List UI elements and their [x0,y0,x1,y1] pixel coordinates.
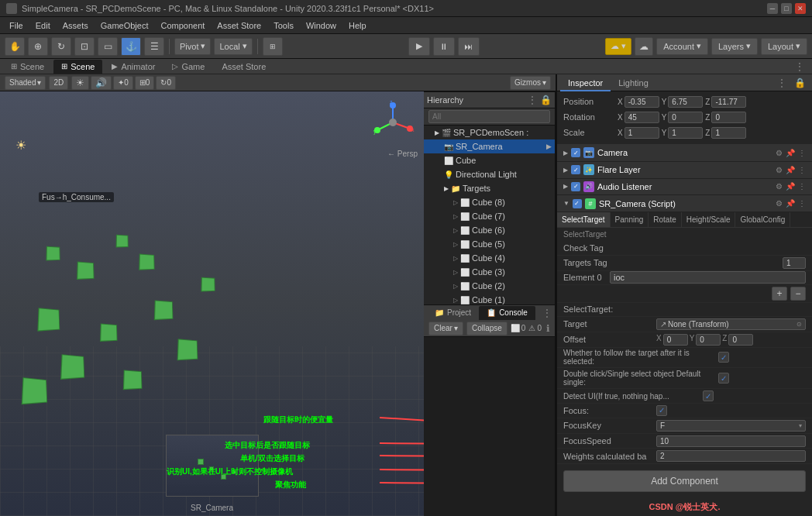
element-0-input[interactable] [610,271,806,284]
gizmos-dropdown[interactable]: Gizmos ▾ [510,76,551,90]
audio-gear-icon[interactable]: ⚙ [776,182,783,191]
focus-checkbox[interactable] [656,405,667,416]
camera-menu-icon[interactable]: ⋮ [798,149,806,157]
custom-tool[interactable]: ☰ [144,37,164,56]
cloud-icon[interactable]: ☁ [635,37,653,56]
menu-item-tools[interactable]: Tools [267,17,300,34]
add-component-button[interactable]: Add Component [563,470,806,492]
tab-height-scale[interactable]: Height/Scale [682,212,736,228]
2d-button[interactable]: 2D [49,76,68,90]
menu-item-edit[interactable]: Edit [29,17,57,34]
list-item[interactable]: ⬜ Cube [424,153,555,167]
sr-camera-gear-icon[interactable]: ⚙ [776,199,783,208]
focuskey-dropdown[interactable]: F ▾ [656,420,806,432]
list-remove-button[interactable]: − [790,287,806,301]
camera-check[interactable]: ✓ [571,148,580,157]
flare-check[interactable]: ✓ [571,165,580,174]
console-menu-icon[interactable]: ⋮ [542,308,552,318]
scale-y-input[interactable] [668,127,703,139]
step-button[interactable]: ⏭ [458,37,480,56]
grid-toggle[interactable]: ⊞0 [135,76,155,90]
hierarchy-search-input[interactable] [428,110,550,123]
rotate-tool[interactable]: ↻ [51,37,71,56]
targets-tag-input[interactable] [783,257,806,269]
layout-button[interactable]: Layout ▾ [761,38,807,55]
inspector-menu-icon[interactable]: ⋮ [772,77,791,88]
audio-check[interactable]: ✓ [571,182,580,191]
list-item[interactable]: ▷ ⬜ Cube (1) [424,293,555,304]
audio-pin-icon[interactable]: 📌 [786,182,795,191]
clear-button[interactable]: Clear ▾ [428,322,463,335]
list-item[interactable]: ▷ ⬜ Cube (6) [424,223,555,237]
scale-z-input[interactable] [711,127,746,139]
offset-y-input[interactable] [696,334,721,346]
camera-gear-icon[interactable]: ⚙ [776,149,783,157]
console-info-icon[interactable]: ℹ [546,323,550,334]
list-item[interactable]: ▷ ⬜ Cube (3) [424,265,555,279]
transform-tool[interactable]: ⚓ [121,37,141,56]
focusspeed-input[interactable] [656,435,806,447]
tab-animator[interactable]: ▶ Animator [104,60,163,74]
pivot-dropdown[interactable]: Pivot ▾ [174,38,211,55]
scene-view[interactable]: ☀ [0,91,424,516]
list-add-button[interactable]: + [772,287,787,301]
rot-x-input[interactable] [624,112,659,123]
collapse-button[interactable]: Collapse [466,322,508,335]
flare-gear-icon[interactable]: ⚙ [776,166,783,174]
shading-dropdown[interactable]: Shaded ▾ [5,76,46,90]
tab-console[interactable]: 📋 Console [479,306,535,320]
effects-toggle[interactable]: ✦0 [113,76,133,90]
list-item[interactable]: ▷ ⬜ Cube (8) [424,195,555,209]
sr-camera-pin-icon[interactable]: 📌 [786,199,795,208]
inspector-lock-icon[interactable]: 🔒 [791,77,809,88]
audio-toggle[interactable]: 🔊 [91,76,112,90]
list-item[interactable]: ▷ ⬜ Cube (4) [424,251,555,265]
doubleclick-checkbox[interactable] [718,373,729,384]
collab-button[interactable]: ☁ ▾ [605,38,631,55]
target-dropdown[interactable]: ↗ None (Transform) ⊙ [656,318,806,330]
hand-tool[interactable]: ✋ [5,37,25,56]
tab-selecttarget[interactable]: SelectTarget [557,212,611,228]
pause-button[interactable]: ⏸ [433,37,455,56]
local-dropdown[interactable]: Local ▾ [214,38,252,55]
rect-tool[interactable]: ▭ [98,37,118,56]
scale-tool[interactable]: ⊡ [74,37,95,56]
audio-listener-header[interactable]: ▶ ✓ 🔊 Audio Listener ⚙ 📌 ⋮ [557,179,812,196]
tab-lighting[interactable]: Lighting [611,74,656,91]
layers-button[interactable]: Layers ▾ [711,38,758,55]
scale-x-input[interactable] [624,127,659,139]
menu-item-help[interactable]: Help [342,17,373,34]
weights-input[interactable] [656,450,806,462]
list-item[interactable]: ▷ ⬜ Cube (7) [424,209,555,223]
offset-x-input[interactable] [663,334,688,346]
flare-menu-icon[interactable]: ⋮ [798,166,806,174]
menu-item-asset store[interactable]: Asset Store [211,17,267,34]
list-item[interactable]: 📷 SR_Camera ▶ [424,139,555,153]
tab-panning[interactable]: Panning [611,212,649,228]
tab-global-config[interactable]: GlobalConfig [735,212,790,228]
sr-camera-check[interactable]: ✓ [573,199,582,208]
rot-y-input[interactable] [668,112,703,123]
follow-checkbox[interactable] [718,352,729,363]
hierarchy-lock[interactable]: 🔒 [540,95,552,105]
menu-item-window[interactable]: Window [300,17,342,34]
tab-inspector[interactable]: Inspector [560,74,611,91]
tab-scene1[interactable]: ⊞ Scene [3,60,52,74]
pos-x-input[interactable] [624,96,659,108]
rot-z-input[interactable] [711,112,746,123]
audio-menu-icon[interactable]: ⋮ [798,182,806,191]
menu-item-gameobject[interactable]: GameObject [95,17,155,34]
detectui-checkbox[interactable] [703,390,714,401]
flare-layer-header[interactable]: ▶ ✓ ✨ Flare Layer ⚙ 📌 ⋮ [557,162,812,179]
sr-camera-menu-icon[interactable]: ⋮ [798,199,806,208]
flare-pin-icon[interactable]: 📌 [786,166,795,174]
tab-project[interactable]: 📁 Project [427,306,479,320]
pos-z-input[interactable] [711,96,746,108]
lighting-toggle[interactable]: ☀ [71,76,89,90]
render-toggle[interactable]: ↻0 [156,76,176,90]
tab-menu-icon[interactable]: ⋮ [790,61,809,72]
menu-item-assets[interactable]: Assets [57,17,95,34]
hierarchy-menu[interactable]: ⋮ [528,95,537,105]
tab-scene2[interactable]: ⊞ Scene [53,60,102,74]
sr-camera-header[interactable]: ▼ ✓ # SR_Camera (Script) ⚙ 📌 ⋮ [557,195,812,212]
